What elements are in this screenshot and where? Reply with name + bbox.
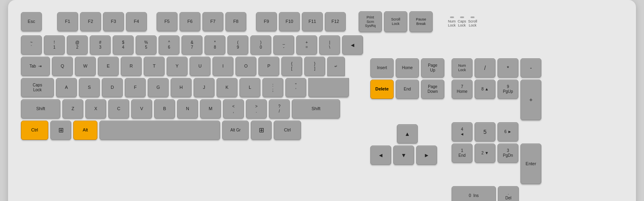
key-num-dot[interactable]: .Del (498, 186, 519, 201)
key-e[interactable]: E (98, 57, 119, 76)
key-arrow-left[interactable]: ◄ (370, 146, 391, 165)
key-h[interactable]: H (171, 78, 192, 97)
key-8[interactable]: *8 (204, 35, 225, 55)
key-1[interactable]: !1 (44, 35, 65, 55)
key-period[interactable]: >. (246, 99, 267, 119)
key-f9[interactable]: F9 (256, 12, 277, 31)
key-home[interactable]: Home (396, 58, 419, 78)
key-alt-left[interactable]: Alt (73, 121, 97, 140)
key-num-minus[interactable]: - (520, 58, 541, 78)
key-y[interactable]: Y (167, 57, 188, 76)
key-x[interactable]: X (85, 99, 106, 119)
key-backtick[interactable]: ~` (21, 35, 42, 55)
key-z[interactable]: Z (62, 99, 83, 119)
key-num-0[interactable]: 0 Ins (452, 186, 496, 201)
key-scroll-lock[interactable]: ScrollLock (384, 11, 407, 32)
key-f4[interactable]: F4 (126, 12, 147, 31)
key-space[interactable] (99, 121, 220, 140)
key-num-asterisk[interactable]: * (497, 58, 518, 78)
key-num-slash[interactable]: / (475, 58, 495, 78)
key-r[interactable]: R (121, 57, 142, 76)
key-caps-lock[interactable]: CapsLock (21, 78, 54, 97)
key-num-6[interactable]: 6 ► (497, 122, 518, 142)
key-arrow-down[interactable]: ▼ (393, 146, 414, 165)
key-end[interactable]: End (396, 80, 419, 99)
key-semicolon[interactable]: :; (262, 78, 283, 97)
key-n[interactable]: N (177, 99, 198, 119)
key-j[interactable]: J (194, 78, 215, 97)
key-7[interactable]: &7 (182, 35, 202, 55)
key-f6[interactable]: F6 (180, 12, 200, 31)
key-w[interactable]: W (75, 57, 96, 76)
key-4[interactable]: $4 (113, 35, 134, 55)
key-num-2[interactable]: 2 ▼ (475, 144, 495, 163)
key-m[interactable]: M (200, 99, 221, 119)
key-backslash[interactable]: |\ (319, 35, 340, 55)
key-page-up[interactable]: PageUp (421, 58, 444, 78)
key-enter-top[interactable]: ↵ (327, 57, 345, 76)
key-lbracket[interactable]: {[ (281, 57, 302, 76)
key-q[interactable]: Q (52, 57, 73, 76)
key-f5[interactable]: F5 (157, 12, 178, 31)
key-ctrl-left[interactable]: Ctrl (21, 121, 48, 140)
key-pause[interactable]: PauseBreak (409, 11, 433, 32)
key-f10[interactable]: F10 (279, 12, 300, 31)
key-f2[interactable]: F2 (80, 12, 101, 31)
key-arrow-up[interactable]: ▲ (397, 124, 418, 144)
key-delete[interactable]: Delete (370, 80, 394, 99)
key-print-scrn[interactable]: PrintScrnSysRq (359, 11, 382, 32)
key-9[interactable]: (9 (227, 35, 248, 55)
key-g[interactable]: G (148, 78, 169, 97)
key-l[interactable]: L (239, 78, 260, 97)
key-insert[interactable]: Insert (370, 58, 394, 78)
key-quote[interactable]: "' (285, 78, 306, 97)
key-rbracket[interactable]: }] (304, 57, 325, 76)
key-equals[interactable]: += (296, 35, 317, 55)
key-b[interactable]: B (154, 99, 175, 119)
key-num-7[interactable]: 7Home (452, 80, 473, 99)
key-i[interactable]: I (213, 57, 233, 76)
key-f[interactable]: F (125, 78, 146, 97)
key-v[interactable]: V (131, 99, 152, 119)
key-win-left[interactable]: ⊞ (50, 121, 71, 140)
key-enter-bot[interactable] (308, 78, 349, 97)
key-f8[interactable]: F8 (225, 12, 246, 31)
key-num-9[interactable]: 9PgUp (497, 80, 518, 99)
key-6[interactable]: ^6 (159, 35, 180, 55)
key-page-down[interactable]: PageDown (421, 80, 444, 99)
key-f7[interactable]: F7 (202, 12, 223, 31)
key-num-3[interactable]: 3PgDn (497, 144, 518, 163)
key-5[interactable]: %5 (136, 35, 157, 55)
key-slash[interactable]: ?/ (269, 99, 290, 119)
key-u[interactable]: U (190, 57, 211, 76)
key-num-plus[interactable]: + (520, 80, 541, 120)
key-d[interactable]: D (102, 78, 123, 97)
key-minus[interactable]: _- (273, 35, 294, 55)
key-num-8[interactable]: 8 ▲ (475, 80, 495, 99)
key-num-5[interactable]: 5 (475, 122, 495, 142)
key-comma[interactable]: <, (223, 99, 244, 119)
key-numlock[interactable]: NumLock (452, 58, 473, 78)
key-p[interactable]: P (258, 57, 279, 76)
key-shift-left[interactable]: Shift (21, 99, 60, 119)
key-num-enter[interactable]: Enter (520, 144, 541, 184)
key-s[interactable]: S (79, 78, 100, 97)
key-alt-gr[interactable]: Alt Gr (222, 121, 249, 140)
key-num-1[interactable]: 1End (452, 144, 473, 163)
key-k[interactable]: K (217, 78, 237, 97)
key-f12[interactable]: F12 (325, 12, 346, 31)
key-3[interactable]: #3 (90, 35, 111, 55)
key-backspace-arrow[interactable]: ◄ (342, 35, 363, 55)
key-num-4[interactable]: 4◄ (452, 122, 473, 142)
key-tab[interactable]: Tab ⇥ (21, 57, 50, 76)
key-0[interactable]: )0 (250, 35, 271, 55)
key-2[interactable]: @2 (67, 35, 88, 55)
key-ctrl-right[interactable]: Ctrl (274, 121, 301, 140)
key-f3[interactable]: F3 (103, 12, 124, 31)
key-c[interactable]: C (108, 99, 129, 119)
key-win-right[interactable]: ⊞ (251, 121, 272, 140)
key-arrow-right[interactable]: ► (416, 146, 437, 165)
key-t[interactable]: T (144, 57, 165, 76)
key-shift-right[interactable]: Shift (292, 99, 340, 119)
key-o[interactable]: O (235, 57, 256, 76)
